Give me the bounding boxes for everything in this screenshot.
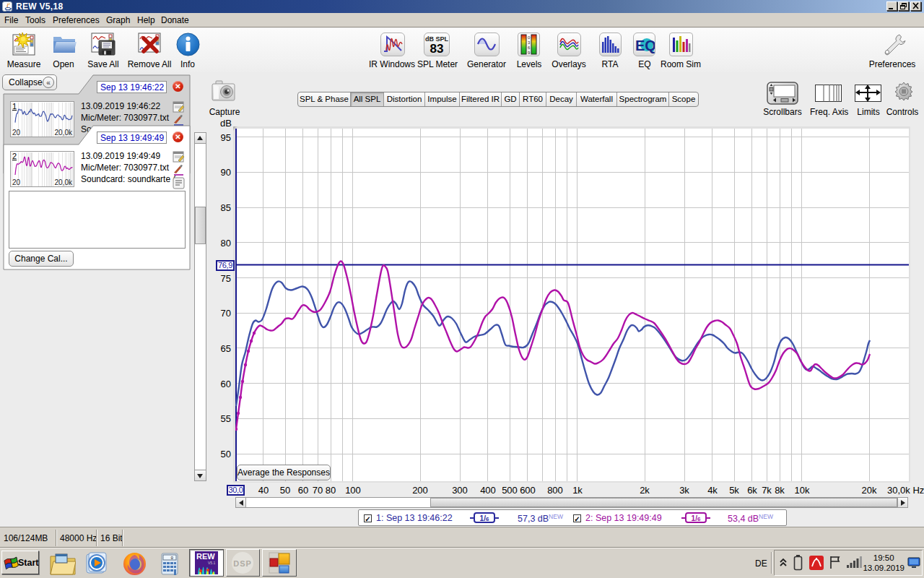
svg-text:V5.1: V5.1 xyxy=(208,561,216,565)
svg-text:0: 0 xyxy=(170,556,173,561)
svg-text:DSP: DSP xyxy=(233,559,252,568)
svg-text:6: 6 xyxy=(528,46,531,50)
svg-text:9: 9 xyxy=(528,51,531,55)
svg-text:0: 0 xyxy=(528,35,531,40)
svg-text:3: 3 xyxy=(528,40,531,45)
svg-text:EQ: EQ xyxy=(635,38,655,53)
svg-text:REW: REW xyxy=(196,552,215,561)
